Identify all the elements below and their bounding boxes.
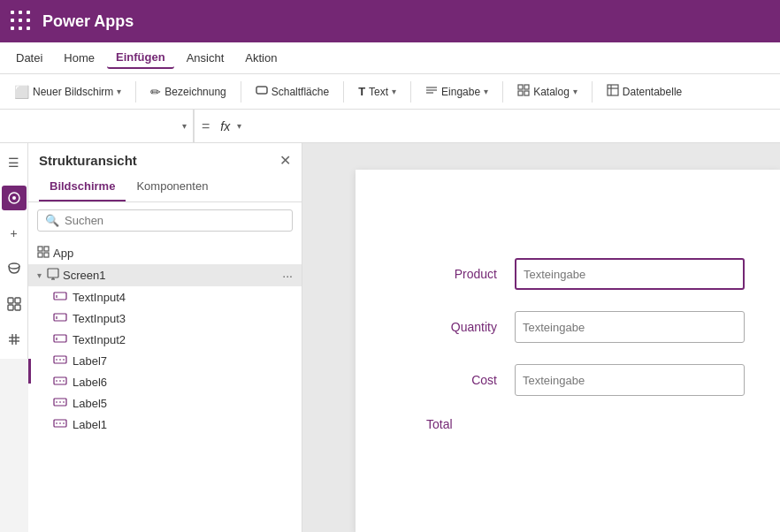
cost-input[interactable] [515,364,745,396]
toolbar-katalog[interactable]: Katalog ▾ [510,80,585,103]
svg-rect-0 [256,87,267,94]
form-row-quantity: Quantity [426,311,745,343]
tree-item-textinput3-label: TextInput3 [73,312,126,325]
tree-item-app-label: App [53,247,73,260]
svg-rect-17 [15,305,20,310]
svg-rect-22 [38,247,42,251]
tree-item-app[interactable]: App [28,242,302,264]
svg-rect-6 [518,91,523,95]
svg-rect-16 [8,305,13,310]
tree-item-label5[interactable]: Label5 [28,392,302,414]
topbar: Power Apps [0,0,780,42]
canvas-sheet: Product Quantity Cost Total [356,170,780,532]
canvas: Product Quantity Cost Total [302,143,780,532]
app-grid-icon[interactable] [11,11,32,32]
form-area: Product Quantity Cost Total [426,258,745,431]
svg-rect-14 [8,298,13,303]
menu-aktion[interactable]: Aktion [236,48,286,68]
panel-close-button[interactable]: ✕ [279,152,291,169]
quantity-input[interactable] [515,311,745,343]
toolbar-separator-1 [135,81,136,103]
variables-icon[interactable] [2,327,27,352]
tab-komponenten[interactable]: Komponenten [126,174,218,201]
property-selector[interactable]: Fill [0,110,194,142]
tree-item-textinput2-label: TextInput2 [73,333,126,346]
main-area: ☰ + Strukturansicht ✕ Bildschirme Kompon… [0,143,780,532]
sidebar-icon-rail: ☰ + [0,143,28,532]
search-input[interactable] [65,214,285,227]
cost-label: Cost [426,373,497,387]
tree-item-label6-label: Label6 [73,376,107,389]
tree-view: App ▾ Screen1 ··· TextInput4 [28,239,302,532]
tree-item-screen1-label: Screen1 [63,269,105,282]
fx-chevron-icon: ▾ [233,121,245,131]
button-icon [256,84,268,99]
more-options-icon[interactable]: ··· [282,269,293,283]
toolbar-separator-3 [343,81,344,103]
form-row-total: Total [426,417,745,431]
tree-item-screen1[interactable]: ▾ Screen1 ··· [28,264,302,286]
toolbar-separator-5 [502,81,503,103]
toolbar-separator-2 [241,81,241,103]
svg-rect-29 [54,293,66,300]
chevron-down-icon: ▾ [392,87,396,96]
menu-datei[interactable]: Datei [7,48,51,68]
menu-einfuegen[interactable]: Einfügen [107,47,174,69]
toolbar: ⬜ Neuer Bildschirm ▾ ✏ Bezeichnung Schal… [0,74,780,110]
components-icon[interactable] [2,292,27,316]
app-icon [37,246,50,261]
selector-chevron-icon: ▾ [182,121,187,131]
svg-rect-5 [524,85,529,89]
menu-home[interactable]: Home [55,48,103,68]
form-row-cost: Cost [426,364,745,396]
search-box: 🔍 [37,209,293,232]
toolbar-bezeichnung[interactable]: ✏ Bezeichnung [143,81,233,103]
toolbar-schaltflaeche[interactable]: Schaltfläche [249,80,336,103]
tree-item-textinput3[interactable]: TextInput3 [28,308,302,329]
toolbar-katalog-label: Katalog [533,86,570,98]
tree-item-textinput4[interactable]: TextInput4 [28,286,302,308]
toolbar-eingabe-label: Eingabe [441,86,480,98]
gallery-icon [517,84,530,99]
label-icon [53,353,67,368]
svg-rect-31 [54,314,66,321]
search-icon: 🔍 [45,214,59,227]
tree-item-label7[interactable]: Label7 [28,350,302,371]
tree-item-textinput2[interactable]: TextInput2 [28,329,302,350]
svg-point-13 [9,263,19,269]
toolbar-datentabelle-label: Datentabelle [623,86,682,98]
tree-item-label6[interactable]: Label6 [28,371,302,392]
form-row-product: Product [426,258,745,290]
table-icon [607,84,619,99]
svg-rect-15 [15,298,20,303]
toolbar-neuer-bildschirm[interactable]: ⬜ Neuer Bildschirm ▾ [7,81,128,103]
toolbar-text[interactable]: T Text ▾ [351,81,403,102]
menu-toggle-icon[interactable]: ☰ [2,150,27,175]
svg-rect-25 [44,253,49,257]
panel-tabs: Bildschirme Komponenten [28,174,302,202]
tree-view-icon[interactable] [2,186,27,210]
equals-sign: = [195,118,217,134]
add-icon[interactable]: + [2,221,27,246]
textinput-icon [53,332,67,346]
label-icon [53,375,67,389]
tree-item-label5-label: Label5 [73,397,107,410]
tab-bildschirme[interactable]: Bildschirme [39,174,126,201]
svg-rect-8 [608,85,618,95]
tree-item-label1[interactable]: Label1 [28,414,302,435]
menubar: Datei Home Einfügen Ansicht Aktion [0,42,780,74]
menu-ansicht[interactable]: Ansicht [178,48,233,68]
panel-title: Strukturansicht [39,153,137,168]
formula-input[interactable]: White [245,119,780,133]
toolbar-separator-6 [592,81,593,103]
tree-item-label1-label: Label1 [73,418,107,431]
toolbar-eingabe[interactable]: Eingabe ▾ [418,80,495,103]
quantity-label: Quantity [426,320,497,334]
toolbar-separator-4 [410,81,411,103]
data-icon[interactable] [2,256,27,281]
toolbar-text-label: Text [369,86,388,98]
toolbar-datentabelle[interactable]: Datentabelle [600,80,689,103]
product-input[interactable] [515,258,745,290]
formulabar: Fill ▾ = fx ▾ White [0,110,780,143]
fx-label: fx [217,119,233,133]
